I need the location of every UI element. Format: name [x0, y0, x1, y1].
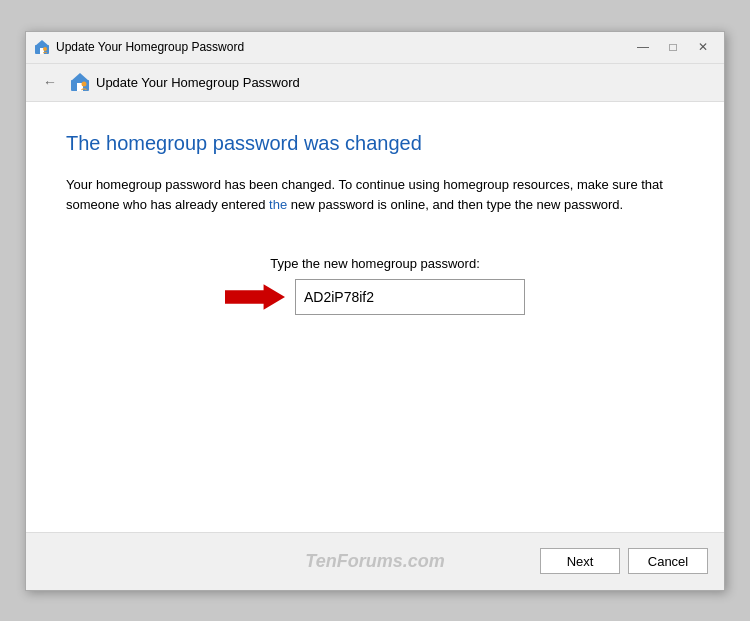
- page-heading: The homegroup password was changed: [66, 132, 684, 155]
- svg-marker-8: [225, 284, 285, 310]
- svg-marker-1: [35, 40, 49, 46]
- password-section: Type the new homegroup password:: [66, 256, 684, 315]
- nav-bar: ← Update Your Homegroup Password: [26, 64, 724, 102]
- description-text: Your homegroup password has been changed…: [66, 175, 684, 217]
- title-bar-controls: — □ ✕: [630, 37, 716, 57]
- inline-link: the: [269, 197, 287, 212]
- svg-point-7: [82, 82, 87, 87]
- red-arrow-icon: [225, 282, 285, 312]
- svg-marker-5: [71, 73, 89, 81]
- password-label: Type the new homegroup password:: [270, 256, 480, 271]
- password-row: [225, 279, 525, 315]
- nav-title: Update Your Homegroup Password: [96, 75, 300, 90]
- next-button[interactable]: Next: [540, 548, 620, 574]
- title-bar: Update Your Homegroup Password — □ ✕: [26, 32, 724, 64]
- cancel-button[interactable]: Cancel: [628, 548, 708, 574]
- title-bar-title: Update Your Homegroup Password: [56, 40, 244, 54]
- password-input[interactable]: [295, 279, 525, 315]
- title-bar-left: Update Your Homegroup Password: [34, 39, 244, 55]
- close-button[interactable]: ✕: [690, 37, 716, 57]
- svg-point-3: [43, 47, 47, 51]
- maximize-button[interactable]: □: [660, 37, 686, 57]
- homegroup-icon: [34, 39, 50, 55]
- watermark: TenForums.com: [305, 551, 444, 572]
- footer: TenForums.com Next Cancel: [26, 532, 724, 590]
- back-button[interactable]: ←: [38, 70, 62, 94]
- nav-icon-area: Update Your Homegroup Password: [70, 72, 300, 92]
- arrow-container: [225, 282, 285, 312]
- minimize-button[interactable]: —: [630, 37, 656, 57]
- content-area: The homegroup password was changed Your …: [26, 102, 724, 532]
- nav-homegroup-icon: [70, 72, 90, 92]
- main-window: Update Your Homegroup Password — □ ✕ ← U…: [25, 31, 725, 591]
